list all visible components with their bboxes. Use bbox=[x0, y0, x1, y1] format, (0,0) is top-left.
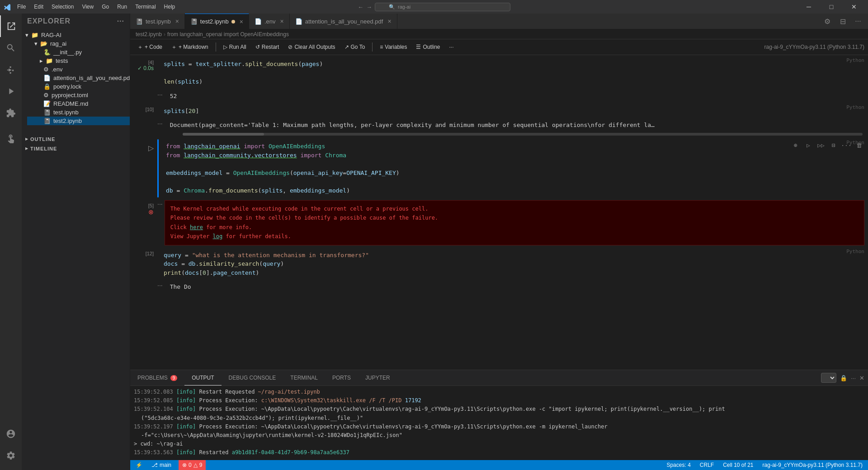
cell-status-ok: ✓ 0.0s bbox=[137, 65, 154, 71]
more-icon: ··· bbox=[449, 44, 454, 50]
cell-position-status[interactable]: Cell 10 of 21 bbox=[721, 462, 755, 468]
minimize-btn[interactable]: ─ bbox=[798, 0, 819, 14]
add-markdown-btn[interactable]: ＋ + Markdown bbox=[168, 42, 212, 52]
menu-view[interactable]: View bbox=[78, 3, 97, 11]
sidebar-item-test-ipynb[interactable]: 📓 test.ipynb bbox=[27, 108, 130, 117]
toolbar-separator bbox=[216, 42, 216, 52]
settings-tab-btn[interactable]: ⚙ bbox=[821, 15, 834, 28]
sidebar-item-rag-ai-root[interactable]: ▾ 📁 RAG-AI bbox=[22, 31, 130, 39]
scrollbar-thumb[interactable] bbox=[183, 133, 264, 136]
menu-go[interactable]: Go bbox=[98, 3, 113, 11]
problems-tab-label: PROBLEMS bbox=[137, 375, 168, 381]
menu-file[interactable]: File bbox=[14, 3, 29, 11]
notebook-content: [4] ✓ 0.0s Python splits = text_splitter… bbox=[130, 55, 868, 370]
sidebar-item-test2-ipynb[interactable]: 📓 test2.ipynb bbox=[27, 117, 130, 125]
panel-more-btn[interactable]: ··· bbox=[851, 375, 856, 381]
sidebar-item-pyproject[interactable]: ⚙ pyproject.toml bbox=[27, 91, 130, 99]
run-cell-toolbar-btn[interactable]: ▷ bbox=[803, 140, 814, 151]
menu-selection[interactable]: Selection bbox=[48, 3, 77, 11]
panel-lock-btn[interactable]: 🔒 bbox=[840, 375, 847, 381]
log-link[interactable]: log bbox=[213, 233, 223, 240]
output-tab[interactable]: OUTPUT bbox=[184, 370, 221, 385]
close-btn[interactable]: ✕ bbox=[844, 0, 864, 14]
sidebar-more-btn[interactable]: ··· bbox=[117, 17, 124, 25]
cell-10-scrollbar[interactable] bbox=[157, 131, 868, 137]
sidebar-item-pdf[interactable]: 📄 attention_is_all_you_need.pdf bbox=[27, 74, 130, 82]
restart-btn[interactable]: ↺ Restart bbox=[252, 42, 283, 52]
timeline-label: TIMELINE bbox=[30, 146, 57, 151]
tab-env[interactable]: 📄 .env × bbox=[249, 14, 290, 29]
maximize-btn[interactable]: □ bbox=[821, 0, 842, 14]
tab-pdf[interactable]: 📄 attention_is_all_you_need.pdf × bbox=[290, 14, 397, 29]
timeline-section[interactable]: ▸ TIMELINE bbox=[22, 144, 130, 153]
errors-status[interactable]: ⊗ 0 △ 9 bbox=[179, 460, 206, 470]
panel-close-btn[interactable]: ✕ bbox=[859, 375, 864, 381]
terminal-tab-label: TERMINAL bbox=[290, 375, 318, 381]
sidebar-item-rag-ai-folder[interactable]: ▾ 📂 rag_ai bbox=[27, 39, 130, 48]
explorer-activity-btn[interactable] bbox=[0, 15, 22, 37]
cell-10-code[interactable]: Python splits[20] bbox=[157, 103, 868, 119]
kernel-select[interactable]: Jupyter bbox=[821, 373, 836, 383]
add-code-btn[interactable]: ＋ + Code bbox=[134, 42, 166, 52]
search-activity-btn[interactable] bbox=[0, 37, 22, 59]
settings-activity-btn[interactable] bbox=[0, 445, 22, 466]
sidebar-item-init[interactable]: 🐍 __init__.py bbox=[27, 48, 130, 56]
git-branch-status[interactable]: ⎇ main bbox=[150, 462, 173, 468]
goto-btn[interactable]: ↗ Go To bbox=[341, 42, 369, 52]
tab-close-btn[interactable]: × bbox=[240, 18, 243, 25]
sidebar-item-env[interactable]: ⚙ .env bbox=[27, 65, 130, 74]
spaces-status[interactable]: Spaces: 4 bbox=[665, 462, 692, 468]
nav-forward-btn[interactable]: → bbox=[366, 4, 372, 10]
horizontal-scrollbar[interactable] bbox=[183, 133, 863, 136]
run-next-cell-btn[interactable]: ▷▷ bbox=[816, 140, 826, 151]
sidebar-item-readme[interactable]: 📝 README.md bbox=[27, 99, 130, 108]
menu-terminal[interactable]: Terminal bbox=[132, 3, 159, 11]
cell-12-code[interactable]: Python query = "what is the attention me… bbox=[157, 247, 868, 281]
testing-activity-btn[interactable] bbox=[0, 127, 22, 149]
sidebar-item-tests[interactable]: ▸ 📁 tests bbox=[27, 56, 130, 65]
split-cell-btn[interactable]: ⊟ bbox=[828, 140, 839, 151]
tab-close-btn[interactable]: × bbox=[387, 18, 391, 25]
more-cell-btn[interactable]: ··· bbox=[841, 140, 852, 151]
more-tabs-btn[interactable]: ··· bbox=[852, 15, 864, 28]
breadcrumb-file[interactable]: test2.ipynb bbox=[136, 31, 162, 38]
delete-cell-btn[interactable]: 🗑 bbox=[854, 140, 864, 151]
encoding-status[interactable]: CRLF bbox=[698, 462, 716, 468]
search-bar[interactable]: 🔍 rag-ai bbox=[375, 3, 510, 11]
problems-tab[interactable]: PROBLEMS 9 bbox=[130, 370, 184, 385]
run-cell-btn[interactable]: ▷ bbox=[148, 144, 154, 152]
kernel-info[interactable]: rag-ai-9_cYYmOa-py3.11 (Python 3.11.7) bbox=[764, 44, 864, 50]
breadcrumb-symbol[interactable]: from langchain_openai import OpenAIEmbed… bbox=[167, 31, 289, 38]
add-cell-above-btn[interactable]: ⊕ bbox=[790, 140, 801, 151]
variables-btn[interactable]: ≡ Variables bbox=[376, 42, 410, 52]
run-all-btn[interactable]: ▷ Run All bbox=[220, 42, 250, 52]
tab-test2-ipynb[interactable]: 📓 test2.ipynb × bbox=[185, 14, 249, 29]
outline-section[interactable]: ▸ OUTLINE bbox=[22, 127, 130, 144]
sidebar-item-poetry-lock[interactable]: 🔒 poetry.lock bbox=[27, 82, 130, 91]
nav-back-btn[interactable]: ← bbox=[358, 4, 363, 10]
outline-toolbar-btn[interactable]: ☰ Outline bbox=[412, 42, 443, 52]
extensions-activity-btn[interactable] bbox=[0, 102, 22, 124]
cell-active-code[interactable]: Python ⊕ ▷ ▷▷ ⊟ ··· 🗑 from langchain_ope… bbox=[159, 138, 868, 198]
debug-console-tab[interactable]: DEBUG CONSOLE bbox=[222, 370, 283, 385]
account-activity-btn[interactable] bbox=[0, 423, 22, 445]
tab-close-btn[interactable]: × bbox=[175, 18, 179, 25]
remote-btn[interactable]: ⚡ bbox=[134, 462, 144, 468]
ports-tab[interactable]: PORTS bbox=[325, 370, 358, 385]
cell-4-body: Python splits = text_splitter.split_docu… bbox=[157, 56, 868, 102]
scm-activity-btn[interactable] bbox=[0, 59, 22, 80]
more-toolbar-btn[interactable]: ··· bbox=[446, 42, 458, 52]
terminal-tab[interactable]: TERMINAL bbox=[283, 370, 325, 385]
cell-4-code[interactable]: Python splits = text_splitter.split_docu… bbox=[157, 56, 868, 90]
clear-outputs-btn[interactable]: ⊘ Clear All Outputs bbox=[284, 42, 339, 52]
split-editor-btn[interactable]: ⊟ bbox=[836, 15, 849, 28]
kernel-status[interactable]: rag-ai-9_cYYmOa-py3.11 (Python 3.11.7) bbox=[761, 462, 864, 468]
menu-help[interactable]: Help bbox=[160, 3, 179, 11]
tab-test-ipynb[interactable]: 📓 test.ipynb × bbox=[130, 14, 185, 29]
jupyter-tab[interactable]: JUPYTER bbox=[358, 370, 397, 385]
tab-close-btn[interactable]: × bbox=[280, 18, 283, 25]
menu-run[interactable]: Run bbox=[113, 3, 131, 11]
menu-edit[interactable]: Edit bbox=[30, 3, 47, 11]
run-debug-activity-btn[interactable] bbox=[0, 80, 22, 102]
here-link[interactable]: here bbox=[190, 224, 203, 230]
